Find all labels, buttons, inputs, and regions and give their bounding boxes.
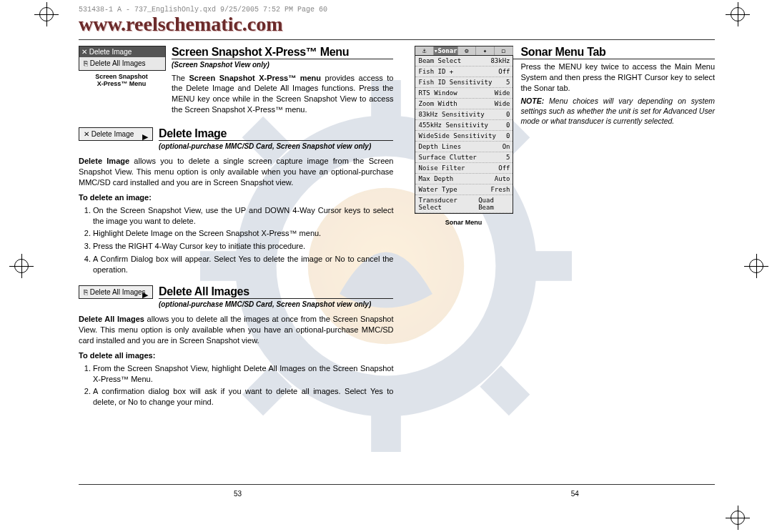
registration-mark [731, 7, 745, 21]
list-item: A Confirm Dialog box will appear. Select… [93, 254, 393, 275]
sonar-tab: ⚙ [458, 46, 477, 55]
howto-delete-all: To delete all images: [79, 350, 393, 361]
sonar-menu-row: Max DepthAuto [415, 174, 513, 184]
xpress-menu-thumb: ✕ Delete Image ⎘ Delete All Images [79, 46, 166, 71]
sonar-menu-thumb: ⚓▾Sonar⚙✦◻ Beam Select83kHzFish ID +OffF… [415, 46, 513, 214]
list-item: A confirmation dialog box will ask if yo… [93, 386, 393, 408]
left-column: ✕ Delete Image ⎘ Delete All Images Scree… [79, 46, 393, 413]
para-delete-image: Delete Image allows you to delete a sing… [79, 156, 393, 188]
registration-mark [14, 259, 29, 273]
right-arrow-icon: ▶ [142, 290, 148, 300]
delete-image-icon: ✕ Delete Image ▶ [79, 127, 153, 141]
xpress-menu-caption: Screen Snapshot X-Press™ Menu [79, 73, 164, 87]
sonar-menu-row: Zoom WidthWide [415, 99, 513, 109]
sonar-menu-row: Water TypeFresh [415, 184, 513, 195]
sonar-menu-row: Depth LinesOn [415, 142, 513, 152]
sonar-tab: ◻ [495, 46, 513, 55]
sonar-menu-row: RTS WindowWide [415, 88, 513, 99]
page-content: ✕ Delete Image ⎘ Delete All Images Scree… [79, 39, 715, 503]
sonar-tab: ▾Sonar [434, 46, 458, 55]
sonar-menu-row: Noise FilterOff [415, 163, 513, 174]
howto-delete-image: To delete an image: [79, 192, 393, 203]
footer-rule [79, 484, 715, 485]
registration-mark [39, 7, 54, 21]
sonar-menu-row: 83kHz Sensitivity0 [415, 109, 513, 120]
registration-mark [749, 259, 763, 273]
sonar-menu-row: Transducer SelectQuad Beam [415, 195, 513, 213]
para-delete-all: Delete All Images allows you to delete a… [79, 314, 393, 346]
list-item: From the Screen Snapshot View, highlight… [93, 363, 393, 385]
subhead-xpress: (Screen Snapshot View only) [172, 60, 393, 70]
sonar-menu-caption: Sonar Menu [415, 217, 512, 226]
sonar-menu-row: WideSide Sensitivity0 [415, 131, 513, 142]
page-number-right: 54 [571, 490, 579, 498]
list-item: Highlight Delete Image on the Screen Sna… [93, 228, 393, 239]
para-xpress: The Screen Snapshot X-Press™ menu provid… [172, 73, 393, 115]
registration-mark [731, 511, 745, 525]
heading-delete-image: Delete Image [159, 127, 393, 141]
list-item: Press the RIGHT 4-Way Cursor key to init… [93, 241, 393, 252]
sonar-tab: ⚓ [415, 46, 434, 55]
sonar-menu-row: 455kHz Sensitivity0 [415, 120, 513, 131]
sonar-menu-row: Beam Select83kHz [415, 56, 513, 66]
right-arrow-icon: ▶ [142, 132, 148, 142]
sonar-menu-row: Fish ID Sensitivity5 [415, 77, 513, 88]
sonar-menu-row: Surface Clutter5 [415, 152, 513, 163]
right-column: ⚓▾Sonar⚙✦◻ Beam Select83kHzFish ID +OffF… [415, 46, 715, 413]
heading-xpress-menu: Screen Snapshot X-Press™ Menu [172, 46, 393, 59]
watermark-url: www.reelschematic.com [79, 13, 283, 36]
steps-delete-all: From the Screen Snapshot View, highlight… [79, 363, 393, 408]
delete-all-icon: ⎘ Delete All Images ▶ [79, 285, 153, 299]
page-number-left: 53 [234, 490, 242, 498]
steps-delete-image: On the Screen Snapshot View, use the UP … [79, 205, 393, 275]
list-item: On the Screen Snapshot View, use the UP … [93, 205, 393, 227]
sonar-menu-row: Fish ID +Off [415, 66, 513, 77]
sonar-tab: ✦ [476, 46, 495, 55]
heading-delete-all: Delete All Images [159, 285, 393, 299]
